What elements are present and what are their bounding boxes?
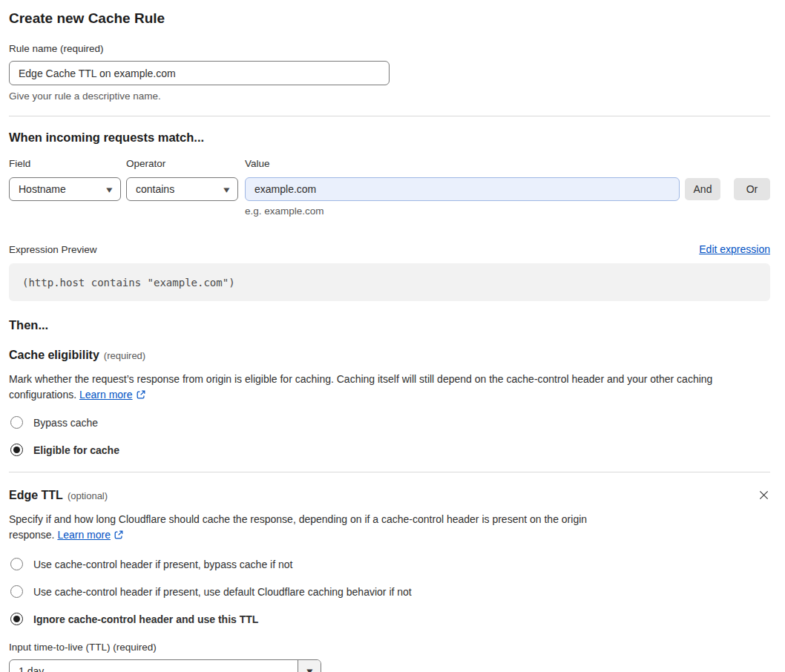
external-link-icon (136, 389, 146, 404)
radio-unselected-icon[interactable] (10, 558, 23, 570)
edge-ttl-description: Specify if and how long Cloudflare shoul… (9, 512, 628, 544)
expression-code: (http.host contains "example.com") (22, 277, 235, 289)
match-heading: When incoming requests match... (9, 130, 770, 145)
radio-option-use-header-bypass[interactable]: Use cache-control header if present, byp… (10, 558, 770, 570)
field-select-value: Hostname (19, 183, 66, 195)
value-input[interactable] (245, 177, 680, 201)
cache-eligibility-options: Bypass cache Eligible for cache (9, 416, 770, 456)
radio-selected-icon[interactable] (10, 613, 23, 625)
rule-name-input[interactable] (9, 61, 390, 85)
ttl-label: Input time-to-live (TTL) (required) (9, 642, 770, 653)
operator-label: Operator (126, 158, 245, 170)
radio-option-ignore-header-ttl[interactable]: Ignore cache-control header and use this… (10, 613, 770, 625)
field-select[interactable]: Hostname ▾ (9, 177, 121, 201)
field-label: Field (9, 158, 126, 170)
value-label: Value (245, 158, 270, 170)
match-column-labels: Field Operator Value (9, 158, 770, 170)
create-cache-rule-form: Create new Cache Rule Rule name (require… (0, 0, 785, 672)
edge-ttl-options: Use cache-control header if present, byp… (9, 558, 770, 625)
optional-badge: (optional) (68, 490, 108, 501)
radio-option-eligible-for-cache[interactable]: Eligible for cache (10, 444, 770, 456)
value-helper: e.g. example.com (245, 205, 770, 217)
cache-eligibility-heading: Cache eligibility (9, 348, 99, 363)
edge-ttl-section: Edge TTL(optional) Specify if and how lo… (9, 472, 770, 672)
rule-name-label: Rule name (required) (9, 43, 770, 55)
operator-select-value: contains (136, 183, 174, 195)
divider (9, 116, 770, 116)
required-badge: (required) (104, 350, 145, 361)
then-heading: Then... (9, 317, 770, 332)
page-title: Create new Cache Rule (9, 10, 770, 27)
edge-ttl-heading: Edge TTL (9, 488, 63, 503)
ttl-select[interactable]: 1 day ▾ (9, 659, 321, 672)
expression-preview-row: Expression Preview Edit expression (9, 243, 770, 255)
match-controls-row: Hostname ▾ contains ▾ And Or (9, 177, 770, 201)
external-link-icon (114, 529, 124, 544)
chevron-down-icon[interactable]: ▾ (298, 660, 321, 672)
learn-more-link[interactable]: Learn more (57, 529, 111, 541)
cache-eligibility-description: Mark whether the request’s response from… (9, 372, 758, 404)
cache-eligibility-section: Cache eligibility(required) Mark whether… (9, 332, 770, 456)
learn-more-link[interactable]: Learn more (79, 389, 133, 401)
close-icon[interactable] (757, 488, 770, 501)
rule-name-helper: Give your rule a descriptive name. (9, 90, 770, 102)
edit-expression-link[interactable]: Edit expression (699, 243, 770, 255)
radio-unselected-icon[interactable] (10, 585, 23, 598)
ttl-select-value: 1 day (10, 660, 298, 672)
radio-option-use-header-default[interactable]: Use cache-control header if present, use… (10, 585, 770, 598)
radio-unselected-icon[interactable] (10, 416, 23, 429)
expression-preview-box: (http.host contains "example.com") (9, 263, 770, 301)
radio-selected-icon[interactable] (10, 444, 23, 456)
chevron-down-icon: ▾ (107, 185, 113, 194)
or-button[interactable]: Or (734, 178, 770, 200)
chevron-down-icon: ▾ (224, 185, 230, 194)
and-button[interactable]: And (685, 178, 720, 200)
operator-select[interactable]: contains ▾ (126, 177, 238, 201)
expression-preview-label: Expression Preview (9, 244, 97, 255)
radio-option-bypass-cache[interactable]: Bypass cache (10, 416, 770, 429)
